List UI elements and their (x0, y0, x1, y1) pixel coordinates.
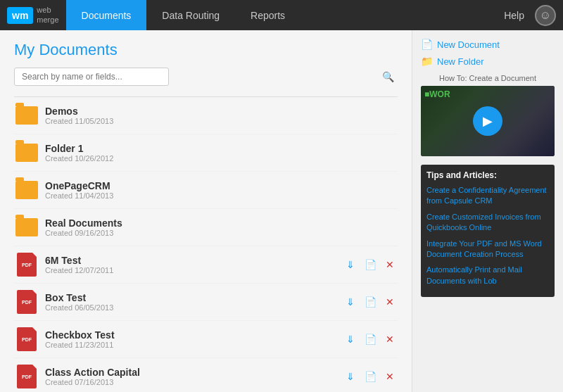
folder-info: Real Documents Created 09/16/2013 (45, 217, 398, 237)
doc-info: Box Test Created 06/05/2013 (45, 292, 343, 312)
video-play-button[interactable]: ▶ (473, 106, 502, 136)
tips-title: Tips and Articles: (426, 170, 549, 180)
doc-actions: ⇓ 📄 ✕ (343, 257, 398, 272)
delete-icon[interactable]: ✕ (382, 257, 398, 272)
folder-item-folder1[interactable]: Folder 1 Created 10/26/2012 (14, 134, 398, 172)
doc-actions: ⇓ 📄 ✕ (343, 331, 398, 347)
page-title: My Documents (14, 41, 398, 59)
new-document-icon: 📄 (421, 39, 433, 50)
folder-item-demos[interactable]: Demos Created 11/05/2013 (14, 97, 398, 134)
search-input[interactable] (14, 68, 169, 86)
doc-item-box-test[interactable]: PDF Box Test Created 06/05/2013 ⇓ 📄 ✕ (14, 284, 398, 321)
new-folder-icon: 📁 (421, 56, 433, 67)
doc-date: Created 12/07/2011 (45, 266, 343, 274)
merge-icon[interactable]: ⇓ (343, 369, 358, 384)
logo: wm webmerge (7, 6, 59, 24)
tip-link-0[interactable]: Create a Confidentiality Agreement from … (426, 185, 549, 207)
doc-item-6m-test[interactable]: PDF 6M Test Created 12/07/2011 ⇓ 📄 ✕ (14, 246, 398, 284)
tip-link-2[interactable]: Integrate Your PDF and MS Word Document … (426, 239, 549, 260)
main-layout: My Documents 🔍 Demos Created 11/05/2013 (0, 30, 563, 392)
doc-name: 6M Test (45, 255, 343, 266)
search-bar: 🔍 (14, 68, 398, 86)
doc-actions: ⇓ 📄 ✕ (343, 294, 398, 310)
copy-icon[interactable]: 📄 (362, 369, 378, 384)
doc-name: Box Test (45, 292, 343, 303)
folder-name: OnePageCRM (45, 180, 398, 191)
copy-icon[interactable]: 📄 (362, 294, 378, 310)
merge-icon[interactable]: ⇓ (343, 294, 358, 310)
document-list: Demos Created 11/05/2013 Folder 1 Create… (14, 96, 398, 392)
doc-actions: ⇓ 📄 ✕ (343, 369, 398, 384)
doc-info: Checkbox Test Created 11/23/2011 (45, 329, 343, 349)
new-document-label: New Document (437, 39, 500, 50)
folder-icon (14, 215, 39, 240)
folder-info: Demos Created 11/05/2013 (45, 106, 398, 125)
nav-tabs: Documents Data Routing Reports (66, 0, 301, 30)
left-panel: My Documents 🔍 Demos Created 11/05/2013 (0, 30, 412, 392)
nav-tab-documents[interactable]: Documents (66, 0, 147, 30)
nav-tab-data-routing[interactable]: Data Routing (146, 0, 235, 30)
pdf-icon: PDF (14, 252, 39, 277)
delete-icon[interactable]: ✕ (382, 331, 398, 347)
pdf-icon: PDF (14, 327, 39, 352)
folder-info: Folder 1 Created 10/26/2012 (45, 143, 398, 163)
tip-link-3[interactable]: Automatically Print and Mail Documents w… (426, 265, 549, 286)
delete-icon[interactable]: ✕ (382, 294, 398, 310)
logo-icon: wm (7, 7, 33, 24)
pdf-icon: PDF (14, 364, 39, 389)
doc-info: Class Action Capital Created 07/16/2013 (45, 367, 343, 386)
help-link[interactable]: Help (504, 10, 524, 21)
header-right: Help ☺ (504, 5, 556, 26)
merge-icon[interactable]: ⇓ (343, 331, 358, 347)
folder-name: Folder 1 (45, 143, 398, 154)
doc-date: Created 07/16/2013 (45, 378, 343, 386)
delete-icon[interactable]: ✕ (382, 369, 398, 384)
copy-icon[interactable]: 📄 (362, 257, 378, 272)
copy-icon[interactable]: 📄 (362, 331, 378, 347)
folder-icon (14, 177, 39, 203)
new-folder-label: New Folder (437, 56, 483, 67)
folder-icon (14, 140, 39, 165)
video-title: How To: Create a Document (421, 74, 555, 82)
folder-name: Demos (45, 106, 398, 117)
folder-icon (14, 103, 39, 128)
folder-info: OnePageCRM Created 11/04/2013 (45, 180, 398, 200)
tips-section: Tips and Articles: Create a Confidential… (421, 165, 555, 297)
new-folder-link[interactable]: 📁 New Folder (421, 56, 555, 67)
doc-name: Class Action Capital (45, 367, 343, 378)
doc-date: Created 06/05/2013 (45, 303, 343, 312)
doc-info: 6M Test Created 12/07/2011 (45, 255, 343, 274)
doc-item-checkbox-test[interactable]: PDF Checkbox Test Created 11/23/2011 ⇓ 📄… (14, 321, 398, 358)
folder-date: Created 11/04/2013 (45, 191, 398, 200)
folder-item-onepagecrm[interactable]: OnePageCRM Created 11/04/2013 (14, 172, 398, 209)
nav-tab-reports[interactable]: Reports (235, 0, 301, 30)
doc-name: Checkbox Test (45, 329, 343, 341)
logo-text: webmerge (37, 6, 58, 24)
search-button[interactable]: 🔍 (382, 71, 394, 82)
folder-date: Created 10/26/2012 (45, 154, 398, 163)
doc-date: Created 11/23/2011 (45, 341, 343, 349)
folder-item-real-documents[interactable]: Real Documents Created 09/16/2013 (14, 209, 398, 246)
doc-item-class-action[interactable]: PDF Class Action Capital Created 07/16/2… (14, 358, 398, 392)
folder-date: Created 09/16/2013 (45, 229, 398, 237)
video-section: How To: Create a Document ■WOR ▶ (421, 74, 555, 156)
tip-link-1[interactable]: Create Customized Invoices from Quickboo… (426, 212, 549, 234)
folder-date: Created 11/05/2013 (45, 117, 398, 125)
pdf-icon: PDF (14, 289, 39, 315)
right-panel: 📄 New Document 📁 New Folder How To: Crea… (412, 30, 563, 392)
video-watermark: ■WOR (424, 89, 450, 99)
video-thumbnail[interactable]: ■WOR ▶ (421, 86, 555, 156)
user-avatar[interactable]: ☺ (535, 5, 556, 26)
new-document-link[interactable]: 📄 New Document (421, 39, 555, 50)
header: wm webmerge Documents Data Routing Repor… (0, 0, 563, 30)
merge-icon[interactable]: ⇓ (343, 257, 358, 272)
folder-name: Real Documents (45, 217, 398, 229)
